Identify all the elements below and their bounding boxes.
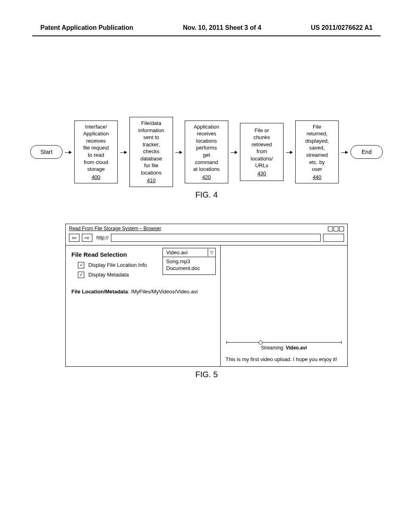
arrow-icon [120,149,127,155]
dropdown-option[interactable]: Document.doc [166,265,212,272]
flow-box-400: Interface/ Application receives file req… [74,121,118,183]
header-left: Patent Application Publication [40,24,133,31]
dropdown-value: Video.avi [163,248,191,257]
check-icon: ✓ [79,263,83,267]
address-bar: ⇦ ⇨ http:// [66,232,347,245]
arrow-icon [286,149,293,155]
close-icon[interactable] [339,227,344,231]
flow-box-text: Application receives locations performs … [188,123,225,173]
window-controls [328,227,344,231]
back-button[interactable]: ⇦ [69,234,79,242]
chevron-down-icon: ▽ [208,249,215,256]
flow-box-text: Interface/ Application receives file req… [78,123,114,173]
window-title: Read From File Storage System – Browser [69,226,161,231]
checkbox-location[interactable]: ✓ [78,262,84,268]
dropdown-options: Song.mp3 Document.doc [163,257,215,274]
flow-box-text: File or chunks retrieved from locations/… [244,127,280,169]
metadata-line: File Location/Metadata: /MyFiles/MyVideo… [71,289,215,295]
forward-button[interactable]: ⇨ [82,234,92,242]
arrow-icon [65,149,72,155]
flow-box-440: File returned, displayed, saved, streame… [295,121,339,183]
flowchart-fig4: Start Interface/ Application receives fi… [0,117,413,187]
maximize-icon[interactable] [334,227,338,231]
streaming-prefix: Streaming: [261,345,286,351]
flow-start: Start [30,145,63,159]
dropdown-option[interactable]: Song.mp3 [166,258,212,265]
check-icon: ✓ [79,272,83,277]
flow-box-text: File/data information sent to tracker, c… [133,120,169,176]
browser-window: Read From File Storage System – Browser … [65,224,348,367]
flow-box-ref: 410 [133,177,169,184]
file-dropdown[interactable]: Video.avi ▽ Song.mp3 Document.doc [163,248,216,275]
url-input[interactable] [111,234,321,242]
flow-box-410: File/data information sent to tracker, c… [129,117,173,187]
checkbox-metadata[interactable]: ✓ [78,272,84,278]
flow-box-text: File returned, displayed, saved, streame… [299,123,335,173]
right-pane: Streaming: Video.avi This is my first vi… [220,245,347,366]
flow-box-ref: 420 [188,174,225,181]
arrow-icon [341,149,348,155]
fig4-label: FIG. 4 [0,190,413,200]
titlebar: Read From File Storage System – Browser [66,224,347,232]
header-divider [32,35,381,36]
arrow-icon [231,149,238,155]
metadata-label: File Location/Metadata [71,289,128,295]
flow-box-430: File or chunks retrieved from locations/… [240,123,284,181]
video-description: This is my first video upload. I hope yo… [225,356,342,362]
streaming-label: Streaming: Video.avi [225,345,342,351]
go-button[interactable] [323,234,344,242]
video-area [225,249,342,341]
arrow-right-icon: ⇨ [85,235,90,241]
flow-box-420: Application receives locations performs … [185,121,228,183]
metadata-value: : /MyFiles/MyVideos/Video.avi [128,289,198,295]
progress-track [226,342,342,343]
left-pane: File Read Selection ✓ Display File Locat… [66,245,220,366]
streaming-file: Video.avi [286,345,307,351]
checkbox-label: Display Metadata [88,272,129,278]
protocol-label: http:// [96,235,108,241]
arrow-left-icon: ⇦ [72,235,77,241]
header-center: Nov. 10, 2011 Sheet 3 of 4 [183,24,261,31]
header-right: US 2011/0276622 A1 [311,24,373,31]
flow-end: End [350,145,383,159]
flow-box-ref: 430 [244,170,280,177]
arrow-icon [175,149,182,155]
progress-knob-icon[interactable] [259,341,263,345]
flow-box-ref: 400 [78,174,114,181]
dropdown-selected[interactable]: Video.avi ▽ [163,248,215,257]
fig5-label: FIG. 5 [65,370,348,379]
checkbox-label: Display File Location Info [88,262,147,268]
minimize-icon[interactable] [328,227,333,231]
flow-box-ref: 440 [299,174,335,181]
page-header: Patent Application Publication Nov. 10, … [0,0,413,35]
progress-bar[interactable] [225,342,342,343]
